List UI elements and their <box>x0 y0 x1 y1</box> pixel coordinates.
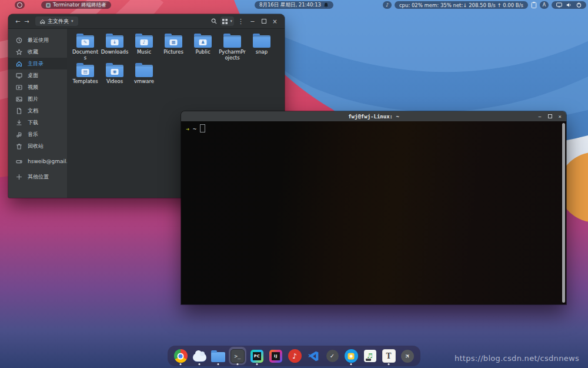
dock-terminator[interactable]: >_ <box>229 347 246 365</box>
files-minimize-button[interactable]: − <box>248 17 257 26</box>
folder-icon: ↓ <box>106 35 123 48</box>
sidebar-item-music[interactable]: 音乐 <box>8 128 67 140</box>
sidebar-item-documents[interactable]: 文档 <box>8 105 67 117</box>
folder-templates[interactable]: ▤ Templates <box>71 62 100 92</box>
forward-button[interactable]: → <box>22 18 31 25</box>
folder-documents[interactable]: ✎ Documents <box>71 33 100 62</box>
files-maximize-button[interactable] <box>259 17 268 26</box>
folder-downloads[interactable]: ↓ Downloads <box>100 33 129 62</box>
folder-snap[interactable]: snap <box>247 33 276 62</box>
terminal-cursor <box>200 124 205 132</box>
view-options-button[interactable]: ▾ <box>220 16 234 26</box>
folder-icon: ♪ <box>135 35 153 48</box>
clock-icon <box>16 37 22 44</box>
running-dot <box>218 363 219 365</box>
dock-check-utility[interactable]: ✓ <box>324 347 340 365</box>
clock-button[interactable]: 8月16日 星期日, 21:40:13 <box>255 1 333 9</box>
prompt-path: ~ <box>193 126 196 132</box>
trash-icon <box>16 143 22 150</box>
maximize-icon <box>548 114 552 118</box>
terminal-minimize-button[interactable]: − <box>538 114 541 120</box>
files-close-button[interactable]: × <box>270 17 279 26</box>
dock-vscode[interactable] <box>305 347 322 365</box>
chrome-icon <box>174 349 188 363</box>
input-method-indicator[interactable]: A <box>540 1 549 9</box>
terminal-maximize-button[interactable] <box>548 114 552 120</box>
folder-public[interactable]: ♟ Public <box>188 33 218 62</box>
home-icon <box>16 61 22 67</box>
sidebar-item-trash[interactable]: 回收站 <box>8 140 67 152</box>
template-emblem-icon: ▤ <box>82 69 89 75</box>
sidebar-item-gmail-drive[interactable]: hsweib@gmail.c… <box>8 155 67 167</box>
dock-green-note-app[interactable]: ♬ <box>362 347 378 365</box>
sidebar-item-home[interactable]: 主目录 <box>8 58 67 69</box>
watermark-text: https://blog.csdn.net/csdnnews <box>455 354 579 363</box>
path-bar-button[interactable]: 主文件夹 ▾ <box>35 16 78 26</box>
photo-emblem-icon: ▦ <box>170 39 178 45</box>
app-menu-button[interactable]: Terminator 终端终结者 <box>41 1 111 9</box>
system-tray[interactable] <box>552 1 586 9</box>
folder-pycharmprojects[interactable]: PycharmProjects <box>218 33 247 62</box>
note-emblem-icon: ♪ <box>141 39 148 45</box>
terminal-body[interactable]: ➜~ <box>181 121 566 304</box>
video-icon <box>16 84 22 91</box>
dock-typora[interactable]: T <box>380 347 397 365</box>
music-note-icon: ♪ <box>386 2 389 8</box>
folder-videos[interactable]: ◉ Videos <box>100 62 129 92</box>
clipboard-icon[interactable] <box>531 1 537 9</box>
media-indicator-button[interactable]: ♪ <box>383 1 392 9</box>
dock-intellij[interactable]: IJ <box>268 347 284 365</box>
sidebar-item-downloads[interactable]: 下载 <box>8 117 67 128</box>
menu-kebab-button[interactable]: ⋮ <box>236 16 246 26</box>
rocket-icon: ✈ <box>401 350 414 363</box>
netease-music-icon: ♪ <box>288 349 302 363</box>
display-icon <box>556 2 562 8</box>
dock-cloud-app[interactable] <box>191 347 208 365</box>
drive-icon <box>16 158 22 165</box>
terminal-title-bar[interactable]: fwj@fwj-Linux: ~ − × <box>181 111 566 121</box>
sidebar-item-pictures[interactable]: 图片 <box>8 93 67 105</box>
search-button[interactable] <box>209 16 219 26</box>
dock-rocket-launcher[interactable]: ✈ <box>399 347 416 365</box>
terminal-close-button[interactable]: × <box>559 114 562 120</box>
activities-button[interactable] <box>15 1 25 9</box>
lens-emblem-icon: ◉ <box>111 69 119 75</box>
typora-icon: T <box>382 349 396 363</box>
download-icon <box>16 120 22 126</box>
path-caret-icon: ▾ <box>71 19 74 24</box>
sidebar-item-recent[interactable]: 最近使用 <box>8 34 67 46</box>
folder-icon: ▤ <box>76 65 94 77</box>
maximize-icon <box>262 19 266 24</box>
notification-bell-icon <box>323 2 329 8</box>
sidebar-item-starred[interactable]: 收藏 <box>8 46 67 58</box>
terminator-app-icon <box>46 3 51 8</box>
dock-pycharm[interactable]: PC <box>249 347 265 365</box>
folder-vmware[interactable]: vmware <box>129 62 159 92</box>
top-bar: Terminator 终端终结者 8月16日 星期日, 21:40:13 ♪ c… <box>0 0 588 10</box>
dock-files[interactable] <box>210 347 226 365</box>
desktop-icon <box>16 72 22 79</box>
dock-chrome[interactable] <box>172 347 189 365</box>
intellij-icon: IJ <box>269 350 282 363</box>
terminal-scrollbar[interactable] <box>562 123 565 303</box>
input-method-label: A <box>543 2 546 8</box>
terminal-window: fwj@fwj-Linux: ~ − × ➜~ <box>181 111 566 304</box>
files-header-bar: ← → 主文件夹 ▾ ▾ ⋮ − × <box>8 14 285 29</box>
dock-netease-music[interactable]: ♪ <box>286 347 303 365</box>
pycharm-icon: PC <box>250 350 263 363</box>
sidebar-item-other-locations[interactable]: 其他位置 <box>8 171 67 183</box>
power-icon <box>576 2 582 8</box>
music-note-icon <box>16 131 22 138</box>
folder-music[interactable]: ♪ Music <box>129 33 159 62</box>
dock-blue-circle-app[interactable] <box>343 347 359 365</box>
system-monitor-indicator[interactable]: cpu: 02% mem: 35% net:↓ 208.50 B/s ↑ 0.0… <box>395 1 528 9</box>
pencil-emblem-icon: ✎ <box>82 39 89 45</box>
sidebar-item-desktop[interactable]: 桌面 <box>8 69 67 81</box>
back-button[interactable]: ← <box>14 18 22 25</box>
prompt-arrow: ➜ <box>186 126 189 132</box>
green-note-icon: ♬ <box>364 350 376 362</box>
desktop: Terminator 终端终结者 8月16日 星期日, 21:40:13 ♪ c… <box>0 0 588 368</box>
sidebar-item-videos[interactable]: 视频 <box>8 81 67 93</box>
folder-pictures[interactable]: ▦ Pictures <box>159 33 188 62</box>
document-icon <box>16 108 22 114</box>
